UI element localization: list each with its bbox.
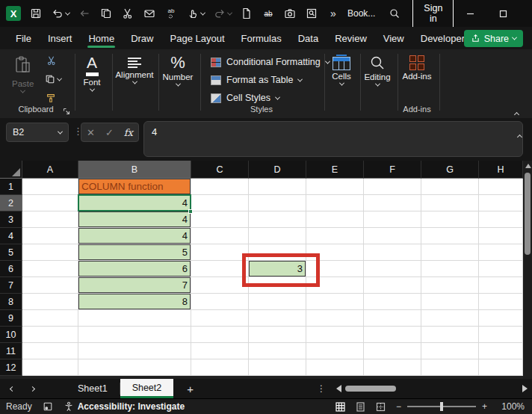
cell-C12[interactable] [191, 359, 249, 376]
cell-A12[interactable] [22, 359, 78, 376]
cell-H11[interactable] [479, 343, 523, 359]
next-sheet-icon[interactable] [30, 386, 35, 391]
row-header-8[interactable]: 8 [0, 294, 22, 310]
cell-A7[interactable] [22, 277, 78, 294]
column-header-B[interactable]: B [78, 161, 191, 179]
name-box[interactable]: B2 [6, 123, 69, 142]
cell-H7[interactable] [479, 277, 523, 294]
cell-D8[interactable] [249, 294, 306, 310]
cell-F12[interactable] [364, 359, 421, 376]
zoom-out-button[interactable]: − [396, 401, 401, 412]
save-icon[interactable] [29, 7, 43, 20]
copy-button[interactable] [45, 74, 61, 84]
row-header-5[interactable]: 5 [0, 244, 22, 261]
cell-H2[interactable] [479, 195, 523, 211]
tab-review[interactable]: Review [327, 27, 375, 49]
cell-D4[interactable] [249, 228, 306, 244]
sheet-tab-sheet2[interactable]: Sheet2 [120, 379, 174, 398]
page-break-view-icon[interactable] [376, 402, 386, 412]
number-group-button[interactable]: % Number [158, 55, 197, 87]
close-button[interactable] [519, 0, 532, 27]
cell-G9[interactable] [421, 310, 479, 327]
scroll-left-arrow-icon[interactable] [336, 385, 341, 392]
tab-file[interactable]: File [7, 27, 40, 49]
page-layout-view-icon[interactable] [356, 402, 365, 412]
cell-styles-button[interactable]: Cell Styles [211, 93, 279, 103]
cell-G12[interactable] [421, 359, 479, 376]
cell-E7[interactable] [306, 277, 364, 294]
cell-D1[interactable] [249, 179, 306, 195]
zoom-in-button[interactable]: + [482, 401, 487, 412]
camera-icon[interactable] [283, 7, 297, 20]
cell-D12[interactable] [249, 359, 306, 376]
cell-G7[interactable] [421, 277, 479, 294]
cell-D5[interactable] [249, 244, 306, 261]
search-icon[interactable] [389, 7, 400, 20]
add-ins-button[interactable]: Add-ins [399, 55, 435, 81]
formula-input[interactable]: 4 [143, 121, 523, 157]
excel-logo-icon[interactable]: X [6, 6, 21, 21]
macro-record-icon[interactable] [43, 401, 53, 412]
accessibility-icon[interactable]: Accessibility: Investigate [64, 401, 185, 412]
cell-E5[interactable] [306, 244, 364, 261]
cell-E8[interactable] [306, 294, 364, 310]
column-header-A[interactable]: A [22, 161, 78, 179]
cell-A10[interactable] [22, 327, 78, 343]
tab-draw[interactable]: Draw [123, 27, 161, 49]
alignment-group-button[interactable]: Alignment [112, 57, 157, 84]
cell-G11[interactable] [421, 343, 479, 359]
cut-button[interactable] [46, 55, 57, 66]
cell-D9[interactable] [249, 310, 306, 327]
cell-F10[interactable] [364, 327, 421, 343]
prev-sheet-icon[interactable] [10, 386, 15, 391]
cell-C1[interactable] [191, 179, 249, 195]
row-header-10[interactable]: 10 [0, 327, 22, 343]
tab-home[interactable]: Home [80, 27, 123, 49]
cell-E10[interactable] [306, 327, 364, 343]
cancel-icon[interactable]: ✕ [87, 127, 95, 138]
cell-C7[interactable] [191, 277, 249, 294]
editing-group-button[interactable]: Editing [360, 55, 395, 87]
tab-view[interactable]: View [375, 27, 412, 49]
cell-D11[interactable] [249, 343, 306, 359]
vertical-scroll-thumb[interactable] [525, 173, 531, 255]
new-document-icon[interactable] [240, 7, 253, 20]
cell-B5[interactable]: 5 [78, 244, 191, 261]
tab-page-layout[interactable]: Page Layout [162, 27, 233, 49]
cell-B2[interactable]: 4 [78, 195, 191, 211]
cell-G8[interactable] [421, 294, 479, 310]
cell-B10[interactable] [78, 327, 191, 343]
add-sheet-button[interactable]: + [173, 379, 207, 398]
undo-icon[interactable] [51, 7, 64, 20]
cell-E12[interactable] [306, 359, 364, 376]
print-preview-icon[interactable] [305, 7, 318, 20]
cell-C5[interactable] [191, 244, 249, 261]
cell-H12[interactable] [479, 359, 523, 376]
clipboard-dialog-launcher-icon[interactable] [63, 105, 71, 114]
cell-F11[interactable] [364, 343, 421, 359]
cell-F1[interactable] [364, 179, 421, 195]
cell-B3[interactable]: 4 [78, 211, 191, 228]
conditional-formatting-button[interactable]: Conditional Formatting [211, 57, 330, 67]
cell-G1[interactable] [421, 179, 479, 195]
tab-insert[interactable]: Insert [40, 27, 81, 49]
vertical-scrollbar[interactable] [523, 161, 532, 379]
cell-E6[interactable] [306, 261, 364, 277]
cell-B9[interactable] [78, 310, 191, 327]
cell-D7[interactable] [249, 277, 306, 294]
insert-function-icon[interactable]: fx [124, 127, 133, 138]
cell-E11[interactable] [306, 343, 364, 359]
row-header-3[interactable]: 3 [0, 211, 22, 228]
sheet-options-icon[interactable]: ⋮ [317, 379, 326, 398]
cell-C11[interactable] [191, 343, 249, 359]
cell-H3[interactable] [479, 211, 523, 228]
tab-formulas[interactable]: Formulas [233, 27, 290, 49]
cell-F5[interactable] [364, 244, 421, 261]
cell-B7[interactable]: 7 [78, 277, 191, 294]
cell-B11[interactable] [78, 343, 191, 359]
minimize-button[interactable] [454, 0, 486, 27]
touch-mode-button[interactable] [186, 7, 205, 20]
undo-dropdown-chevron-icon[interactable] [65, 10, 70, 15]
cell-D2[interactable] [249, 195, 306, 211]
column-header-G[interactable]: G [421, 161, 479, 179]
